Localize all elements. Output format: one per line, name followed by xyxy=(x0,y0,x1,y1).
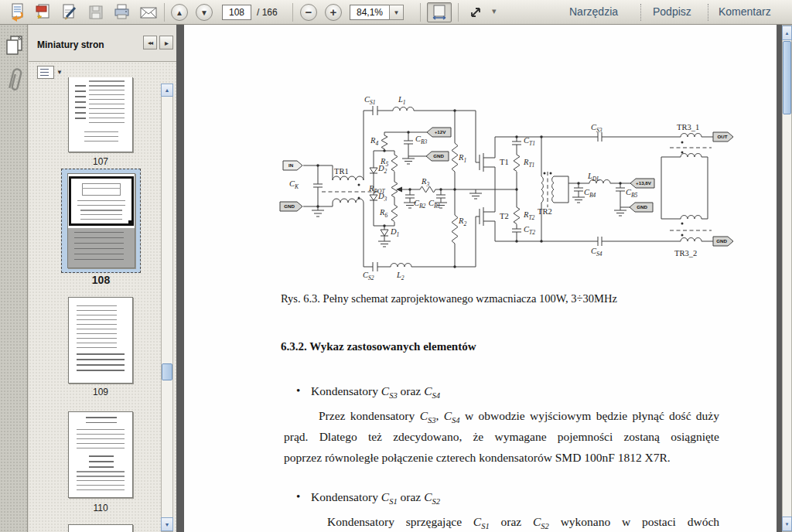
up-arrow-icon: ▲ xyxy=(176,9,183,17)
thumbnail-page-107[interactable] xyxy=(68,77,133,152)
figure-caption: Rys. 6.3. Pełny schemat zaprojektowanego… xyxy=(281,292,617,305)
component-label-r1: R1 xyxy=(459,153,466,162)
zoom-out-button[interactable]: − xyxy=(300,4,317,21)
thumbnail-content xyxy=(84,131,118,145)
thumbnail-content xyxy=(77,353,125,372)
bullet-glyph: • xyxy=(296,384,300,397)
panel-forward-button[interactable]: ▸ xyxy=(159,36,173,49)
thumbnail-page-108[interactable] xyxy=(67,173,135,268)
component-label-tr2: TR2 xyxy=(538,207,552,216)
component-label-t2: T2 xyxy=(500,212,509,220)
thumbnail-offscreen-area xyxy=(68,228,135,268)
component-label-cb3: CB3 xyxy=(415,135,427,143)
component-label-cs2: CS2 xyxy=(363,271,374,279)
component-label-d3: D3 xyxy=(378,192,387,200)
panel-title: Miniatury stron xyxy=(37,39,104,50)
component-label-r3: R3 xyxy=(422,177,429,186)
thumbnail-content xyxy=(77,429,125,452)
thumbnail-content xyxy=(77,471,125,493)
sign-document-button[interactable] xyxy=(59,2,80,22)
viewport-resize-handle[interactable] xyxy=(128,220,134,226)
schematic-drawing: IN GND +12V GND +13,8V GND OUT GND xyxy=(277,87,741,281)
previous-page-button[interactable]: ▲ xyxy=(171,4,188,21)
toolbar-separator xyxy=(292,3,293,22)
create-pdf-button[interactable] xyxy=(32,2,54,22)
component-label-d2: D2 xyxy=(378,164,387,172)
toolbar-overflow-button[interactable]: ▾ xyxy=(492,6,497,16)
toolbar-dotted-separator xyxy=(708,4,708,21)
component-label-ct2: CT2 xyxy=(524,225,535,234)
bullet-glyph: • xyxy=(296,490,300,503)
sign-pencil-icon xyxy=(60,2,79,22)
thumbnail-content xyxy=(74,232,124,263)
thumbnails-panel-header: Miniatury stron ◂◂ ▸ xyxy=(29,25,176,62)
attachments-panel-button[interactable] xyxy=(6,65,23,94)
document-scroll-down-button[interactable]: ▼ xyxy=(782,517,792,531)
component-label-cb1: CB1 xyxy=(428,199,440,207)
sign-menu-link[interactable]: Podpisz xyxy=(653,5,691,18)
thumbnail-content xyxy=(89,455,114,468)
overflow-chevron-icon: ▾ xyxy=(492,6,497,15)
viewport-indicator[interactable] xyxy=(69,176,134,226)
page-thumbnails-panel-button[interactable] xyxy=(4,34,26,57)
minus-icon: − xyxy=(306,5,312,19)
thumbnail-selection-108[interactable] xyxy=(61,169,141,273)
zoom-in-button[interactable]: + xyxy=(325,4,342,21)
document-scroll-up-button[interactable]: ▲ xyxy=(782,26,792,40)
panel-scroll-down-button[interactable]: ▼ xyxy=(161,517,173,531)
email-button[interactable] xyxy=(138,2,159,22)
flag-label-138v: +13,8V xyxy=(636,180,652,186)
flag-label-out: OUT xyxy=(717,134,727,139)
panel-options-button[interactable] xyxy=(37,66,54,79)
right-arrow-icon: ▸ xyxy=(165,39,168,47)
email-envelope-icon xyxy=(139,5,158,20)
document-scrollbar-thumb[interactable] xyxy=(783,41,791,114)
open-button[interactable] xyxy=(6,2,28,22)
thumbnail-page-109[interactable] xyxy=(68,297,133,384)
bullet-item-cs3-cs4: Kondensatory CS3 oraz CS4 xyxy=(311,384,440,398)
tools-menu-link[interactable]: Narzędzia xyxy=(569,5,618,18)
thumbnail-page-110[interactable] xyxy=(68,411,133,498)
save-button[interactable] xyxy=(85,2,107,22)
component-label-cb5: CB5 xyxy=(626,188,637,196)
component-label-r2: R2 xyxy=(459,217,466,225)
next-page-button[interactable]: ▼ xyxy=(196,4,213,21)
flag-label-gnd: GND xyxy=(637,204,647,210)
panel-scroll-up-button[interactable]: ▲ xyxy=(161,84,173,97)
component-label-rt1: RT1 xyxy=(524,158,534,166)
comment-menu-link[interactable]: Komentarz xyxy=(719,5,771,18)
scroll-down-icon: ▼ xyxy=(165,522,170,527)
component-label-tr3-1: TR3_1 xyxy=(677,123,699,131)
paragraph-line: poprzez równoległe połączenie czterech k… xyxy=(284,451,671,465)
flag-label-gnd: GND xyxy=(716,238,727,244)
navigation-rail xyxy=(0,25,28,532)
component-label-rt2: RT2 xyxy=(524,210,534,219)
collapse-panel-button[interactable]: ◂◂ xyxy=(143,36,157,49)
flag-label-12v: +12V xyxy=(435,129,446,135)
zoom-dropdown-button[interactable]: ▼ xyxy=(389,5,404,20)
reading-mode-button[interactable] xyxy=(464,2,487,22)
thumbnail-content xyxy=(77,200,125,206)
component-label-d1: D1 xyxy=(391,227,399,236)
thumbnail-label-109: 109 xyxy=(68,387,133,397)
section-heading: 6.3.2. Wykaz zastosowanych elementów xyxy=(281,340,476,353)
thumbnail-content xyxy=(80,210,122,222)
thumbnail-content xyxy=(75,85,86,122)
thumbnail-label-107: 107 xyxy=(68,156,133,167)
panel-scrollbar[interactable] xyxy=(161,84,173,532)
dropdown-arrow-icon: ▼ xyxy=(394,9,400,16)
component-label-l1: L1 xyxy=(398,95,406,104)
print-button[interactable] xyxy=(111,2,133,22)
thumbnail-page-111[interactable] xyxy=(68,524,133,532)
options-list-icon xyxy=(40,69,49,77)
paragraph-line: Przez kondensatory CS3, CS4 w obwodzie w… xyxy=(319,409,719,423)
panel-scrollbar-thumb[interactable] xyxy=(162,363,172,380)
fit-width-button[interactable] xyxy=(427,2,452,22)
create-pdf-icon xyxy=(34,2,53,22)
double-left-arrow-icon: ◂◂ xyxy=(148,39,152,46)
paragraph-line: prąd. Dlatego też zdecydowano, że wymaga… xyxy=(284,430,719,444)
zoom-level-input[interactable]: 84,1% xyxy=(350,5,390,20)
pdf-page: IN GND +12V GND +13,8V GND OUT GND CK TR… xyxy=(184,25,777,532)
page-number-input[interactable]: 108 xyxy=(222,5,251,20)
plus-icon: + xyxy=(330,5,337,19)
